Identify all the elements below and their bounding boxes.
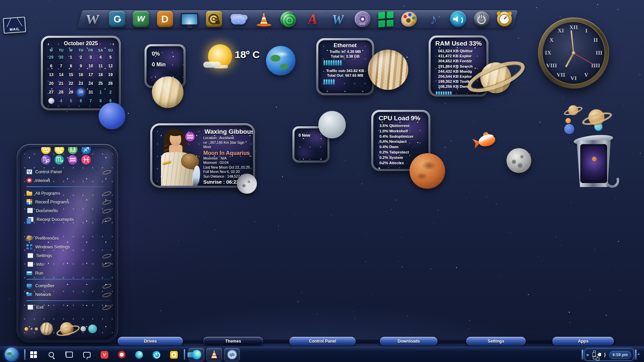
calendar-day[interactable]: 6	[76, 97, 86, 105]
task-view-taskbar-icon[interactable]	[65, 351, 73, 359]
word-icon[interactable]	[329, 10, 346, 28]
calendar-day[interactable]: 30	[76, 88, 86, 97]
calendar-day[interactable]: 4	[56, 97, 66, 105]
vivaldi-taskbar-icon[interactable]	[101, 351, 108, 359]
vlc-icon[interactable]	[255, 10, 273, 28]
calendar-day[interactable]: 30	[56, 53, 66, 62]
monitor-icon[interactable]	[181, 10, 198, 28]
calendar-day[interactable]: 1	[96, 88, 105, 97]
calendar-day[interactable]: 26	[106, 79, 115, 88]
calendar-day[interactable]: 13	[46, 70, 56, 79]
calendar-day[interactable]: 2	[76, 53, 86, 62]
calendar-day[interactable]: 6	[46, 62, 56, 70]
chat-taskbar-icon[interactable]	[83, 351, 91, 359]
menu-item-recent-programs[interactable]: Recent Programs	[26, 197, 110, 206]
calendar-day[interactable]: 22	[66, 79, 76, 88]
mail-envelope-icon[interactable]: MAIL	[3, 17, 26, 34]
start-orb-earth[interactable]	[5, 348, 18, 361]
calendar-day[interactable]: 5	[106, 53, 115, 62]
qb-running-app[interactable]: qb	[224, 348, 240, 361]
volume-icon[interactable]	[450, 11, 466, 27]
acrobat-icon[interactable]	[304, 10, 321, 28]
calendar-day[interactable]: 7	[86, 97, 96, 105]
calendar-day[interactable]: 5	[66, 97, 76, 105]
music-icon[interactable]	[425, 10, 442, 28]
tray-expand-arrow[interactable]: ▶	[587, 353, 589, 357]
menu-item-recent-documents[interactable]: Recent Documents	[26, 215, 110, 224]
calendar-day[interactable]: 1	[66, 53, 76, 62]
calendar-day[interactable]: 8	[66, 62, 76, 70]
menu-item-preferences[interactable]: Preferences	[26, 234, 110, 242]
media-taskbar-icon[interactable]	[170, 351, 178, 359]
metal-w-icon[interactable]	[84, 10, 101, 28]
powerdirector-icon[interactable]	[157, 11, 173, 27]
calendar-day[interactable]: 10	[86, 62, 96, 70]
windows-taskbar-icon[interactable]	[30, 351, 38, 359]
theme-button-apps[interactable]: Apps	[552, 337, 614, 346]
calendar-day[interactable]: 23	[76, 79, 86, 88]
calendar-day[interactable]: 12	[106, 62, 115, 70]
menu-item-computer[interactable]: Computer	[26, 281, 110, 290]
calendar-day[interactable]: 27	[46, 88, 56, 97]
calendar-day[interactable]: 19	[106, 70, 115, 79]
menu-item-run[interactable]: Run	[26, 268, 110, 277]
projector-icon[interactable]	[206, 11, 222, 27]
dvd-icon[interactable]	[355, 11, 371, 27]
theme-button-settings[interactable]: Settings	[466, 337, 526, 346]
calendar-day[interactable]: 7	[56, 62, 66, 70]
menu-item-settings[interactable]: Settings	[26, 251, 110, 260]
opera-taskbar-icon[interactable]	[118, 351, 125, 358]
vlc-running-app[interactable]	[206, 348, 222, 361]
calendar-day[interactable]: 15	[66, 70, 76, 79]
menu-item-control-panel[interactable]: Control Panel	[26, 167, 110, 176]
edge-s-taskbar-icon[interactable]	[135, 351, 143, 359]
tray-clock[interactable]: 6:59 pm	[609, 351, 631, 359]
calendar-day[interactable]	[46, 97, 56, 105]
calendar-day[interactable]: 28	[56, 88, 66, 97]
cyberlink-icon[interactable]	[109, 11, 125, 27]
edge-running-app[interactable]	[189, 348, 204, 361]
theme-button-themes[interactable]: Themes	[203, 337, 263, 346]
wave-green-icon[interactable]	[133, 11, 149, 27]
alarm-icon[interactable]	[497, 12, 512, 26]
windows-green-icon[interactable]	[378, 11, 393, 27]
tray-up-arrow[interactable]: ▲	[637, 351, 641, 356]
volume-tray-icon[interactable]	[599, 353, 601, 356]
calendar-day[interactable]: 9	[76, 62, 86, 70]
timer-taskbar-icon[interactable]	[153, 351, 160, 359]
menu-item-windows-settings[interactable]: Windows Settings	[26, 242, 110, 251]
calendar-day[interactable]: 29	[46, 53, 56, 62]
search-taskbar-icon[interactable]	[47, 351, 55, 359]
calendar-next-button[interactable]: ›	[112, 41, 114, 47]
palette-icon[interactable]	[401, 12, 417, 27]
calendar-day[interactable]: 24	[86, 79, 96, 88]
network-tray-icon[interactable]	[593, 356, 598, 359]
calendar-day[interactable]: 2	[106, 88, 115, 97]
cloud-download-icon[interactable]	[230, 10, 247, 28]
calendar-day[interactable]: 4	[96, 53, 105, 62]
calendar-day[interactable]: 14	[56, 70, 66, 79]
calendar-day[interactable]: 17	[86, 70, 96, 79]
theme-button-drives[interactable]: Drives	[118, 337, 183, 346]
cables-icon[interactable]	[280, 11, 296, 27]
menu-item-network[interactable]: Network	[26, 290, 110, 299]
menu-item-info[interactable]: Info	[26, 260, 110, 268]
menu-item-internet[interactable]: Internet	[26, 176, 110, 185]
calendar-day[interactable]: 25	[96, 79, 105, 88]
menu-item-exit[interactable]: Exit	[26, 303, 110, 311]
calendar-day[interactable]: 8	[96, 97, 105, 105]
calendar-prev-button[interactable]: ‹	[48, 41, 49, 47]
calendar-day[interactable]: 3	[86, 53, 96, 62]
menu-item-all-programs[interactable]: All Programs	[26, 189, 110, 197]
calendar-day[interactable]: 29	[66, 88, 76, 97]
calendar-day[interactable]: 11	[96, 62, 105, 70]
recycle-bin-art[interactable]	[562, 101, 619, 191]
calendar-day[interactable]: 16	[76, 70, 86, 79]
calendar-day[interactable]: 31	[86, 88, 96, 97]
calendar-day[interactable]: 21	[56, 79, 66, 88]
calendar-day[interactable]: 18	[96, 70, 105, 79]
menu-item-documents[interactable]: Documents	[26, 206, 110, 215]
theme-button-downloads[interactable]: Downloads	[380, 337, 437, 346]
theme-button-control-panel[interactable]: Control Panel	[289, 337, 356, 346]
calendar-day[interactable]: 20	[46, 79, 56, 88]
